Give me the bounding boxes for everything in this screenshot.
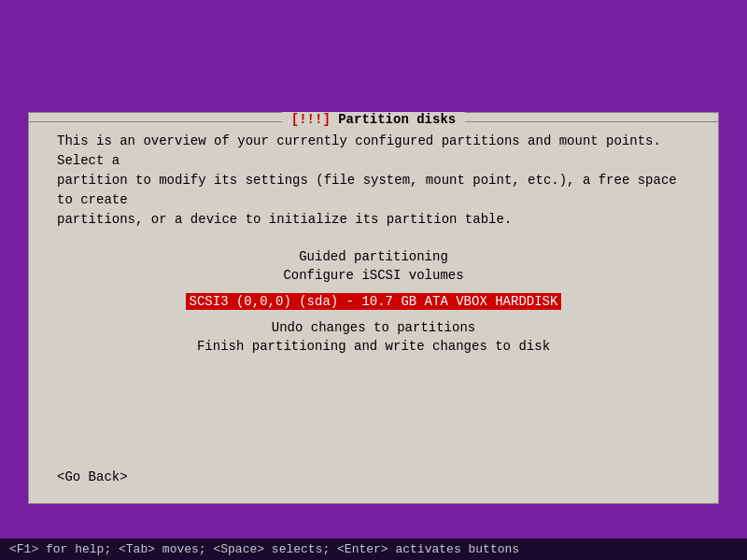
menu-item-scsi[interactable]: SCSI3 (0,0,0) (sda) - 10.7 GB ATA VBOX H… [186, 293, 562, 310]
title-bracket: [!!!] [291, 112, 331, 127]
description-text: This is an overview of your currently co… [57, 132, 690, 230]
status-bar: <F1> for help; <Tab> moves; <Space> sele… [0, 539, 747, 560]
main-dialog: [!!!] Partition disks This is an overvie… [28, 112, 719, 504]
menu-item-undo[interactable]: Undo changes to partitions [268, 319, 479, 336]
partition-menu: Guided partitioningConfigure iSCSI volum… [57, 248, 690, 355]
go-back-button[interactable]: <Go Back> [57, 469, 128, 484]
menu-item-iscsi[interactable]: Configure iSCSI volumes [279, 267, 467, 284]
menu-item-finish[interactable]: Finish partitioning and write changes to… [193, 338, 554, 355]
menu-item-guided[interactable]: Guided partitioning [295, 248, 452, 265]
dialog-title: Partition disks [338, 112, 456, 127]
